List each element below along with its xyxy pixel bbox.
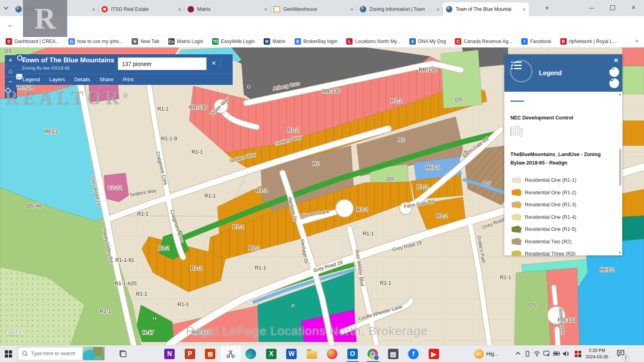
legend-swatch (512, 214, 522, 221)
search-highlight-image[interactable] (83, 347, 104, 360)
map-search-box[interactable] (118, 58, 206, 70)
bookmark-how-to-use-my-ipho[interactable]: Ghow to use my ipho... (68, 38, 123, 45)
esri-attribution: esri (6, 327, 24, 338)
zone-label-r1-2: R1-2 (158, 245, 169, 251)
taskbar-app-calculator[interactable]: ▤ (383, 346, 404, 362)
battery-icon[interactable] (553, 351, 560, 357)
tab-geowarehouse[interactable]: GeoWarehouse× (270, 2, 357, 16)
bookmark-locations-north-my[interactable]: LLocations North My... (346, 38, 400, 45)
taskbar-app-file-explorer[interactable] (302, 346, 322, 362)
taskbar-app-facebook[interactable]: f (403, 346, 424, 362)
toolbar-share[interactable]: Share (97, 76, 114, 82)
legend-close-icon[interactable]: × (614, 56, 618, 65)
uv-widget-label[interactable]: Hig... (486, 351, 498, 357)
tab-itso-real-estate[interactable]: ITSO Real Estate× (98, 2, 184, 16)
legend-scrollbar[interactable]: ▲ ▼ (618, 93, 622, 255)
scroll-down-arrow[interactable]: ▼ (618, 251, 622, 255)
taskbar-app-firefox[interactable] (322, 346, 343, 362)
taskbar-app-youtube[interactable]: ▶ (424, 346, 444, 362)
taskbar-app-edge[interactable] (241, 346, 261, 362)
bookmark-label: EasyWeb Login (221, 39, 255, 44)
bookmark-canada-revenue-ag[interactable]: CCanada Revenue Ag... (455, 38, 512, 45)
new-tab-button[interactable]: + (543, 4, 551, 13)
uv-widget-icon[interactable]: UV (474, 349, 484, 359)
maximize-button[interactable] (602, 0, 623, 15)
bookmark-dna-my-dog[interactable]: 4DNA My Dog (409, 38, 446, 45)
bookmark-easyweb-login[interactable]: TDEasyWeb Login (212, 38, 255, 45)
taskbar-app-snipping-tool[interactable] (221, 346, 241, 362)
bookmark-favicon: 4 (409, 38, 416, 45)
zone-label-rr-130: RR-130 (189, 104, 207, 110)
bookmark-rlpnetwork-royal-l[interactable]: RrlpNetwork | Royal L... (560, 38, 617, 45)
map-viewport[interactable]: OSRR-h24C2-21R1-1RR-130R1-1-9RR-135RR-13… (0, 47, 644, 345)
search-icon[interactable] (16, 54, 25, 63)
tab-close-icon[interactable]: × (264, 6, 267, 12)
youtube-icon: ▶ (429, 349, 439, 359)
toolbar-layers[interactable]: Layers (47, 76, 65, 82)
toolbar-print[interactable]: Print (120, 76, 134, 82)
remote-access-icon[interactable] (575, 351, 581, 357)
toolbar-details[interactable]: Details (72, 76, 90, 82)
bookmark-matrix[interactable]: MMatrix (264, 38, 286, 45)
close-button[interactable]: × (623, 0, 644, 15)
bookmark-label: Dashboard | CREA... (14, 39, 60, 44)
home-button[interactable]: ⌂ (5, 66, 16, 77)
legend-item-residential-one-r1-4: Residential One (R1-4) (504, 212, 622, 224)
tab-close-icon[interactable]: × (522, 6, 526, 12)
tab-close-icon[interactable]: × (436, 6, 440, 12)
toolbar-legend[interactable]: Legend (20, 76, 40, 82)
bookmarks-overflow-chevron[interactable]: » (635, 37, 638, 44)
bookmark-brokerbay-login[interactable]: BBrokerBay login (295, 38, 338, 45)
scrollbar-thumb[interactable] (619, 149, 621, 186)
screen-share-icon[interactable] (543, 351, 550, 357)
bookmark-favicon: D (6, 38, 12, 45)
tab-close-icon[interactable]: × (92, 6, 95, 12)
zone-label-r1-1: R1-1 (500, 274, 511, 280)
tab-strip: New Tab×ITSO Real Estate×Matrix×GeoWareh… (12, 0, 529, 16)
minimize-button[interactable]: — (581, 0, 602, 15)
back-button[interactable]: ← (7, 21, 14, 29)
zone-label-r1-1: R1-1 (380, 280, 391, 286)
bookmark-facebook[interactable]: fFacebook (521, 38, 551, 45)
tab-close-icon[interactable]: × (350, 6, 353, 12)
zone-label-r1-1: R1-1 (137, 211, 149, 217)
bookmark-dashboard-crea[interactable]: DDashboard | CREA... (6, 38, 60, 45)
taskbar-app-onenote[interactable]: N (159, 346, 180, 362)
legend-header: Legend × (504, 54, 622, 92)
tab-search-chevron-icon[interactable] (3, 6, 9, 10)
bookmark-label: Locations North My... (355, 39, 400, 44)
legend-collapse-down-icon[interactable] (609, 78, 619, 88)
legend-swatch (512, 189, 522, 196)
tab-close-icon[interactable]: × (178, 6, 181, 12)
bookmark-new-tab[interactable]: NNew Tab (132, 38, 159, 45)
taskbar-search[interactable]: Type here to search (18, 347, 105, 360)
zone-label-c2-22: C2-22 (107, 185, 122, 191)
notification-badge: 2 (622, 354, 629, 361)
zoom-in-button[interactable]: + (5, 55, 16, 66)
legend-collapse-up-icon[interactable] (609, 67, 619, 77)
tab-zoning-information-town[interactable]: Zoning Information | Town× (357, 2, 443, 16)
phone-link-icon[interactable] (524, 351, 530, 357)
search-clear-icon[interactable]: × (208, 58, 219, 68)
taskbar-app-word[interactable]: W (281, 346, 302, 362)
volume-icon[interactable] (563, 351, 570, 357)
start-button[interactable] (5, 350, 12, 358)
tab-matrix[interactable]: Matrix× (184, 2, 270, 16)
tray-chevron-up-icon[interactable] (515, 351, 521, 356)
zoom-out-button[interactable]: − (5, 77, 16, 87)
scroll-up-arrow[interactable]: ▲ (618, 93, 622, 96)
excel-icon: X (266, 349, 277, 359)
map-search-input[interactable] (118, 58, 206, 70)
taskbar-app-store[interactable]: ⊞ (200, 346, 221, 362)
legend-swatch (512, 238, 522, 245)
taskbar-app-chrome[interactable] (363, 346, 383, 362)
wifi-icon[interactable] (534, 351, 540, 357)
task-view-button[interactable] (119, 350, 127, 358)
taskbar-app-excel[interactable]: X (261, 346, 282, 362)
taskbar-app-outlook[interactable]: O (343, 346, 363, 362)
taskbar-app-powerpoint[interactable]: P (180, 346, 200, 362)
bookmark-matrix-login[interactable]: CsMatrix Login (168, 38, 203, 45)
tab-town-of-the-blue-mountai[interactable]: Town of The Blue Mountai× (443, 2, 529, 16)
toolbar-label: Legend (23, 76, 40, 82)
taskbar-clock[interactable]: 2:33 PM 2024-03-05 (583, 348, 611, 360)
